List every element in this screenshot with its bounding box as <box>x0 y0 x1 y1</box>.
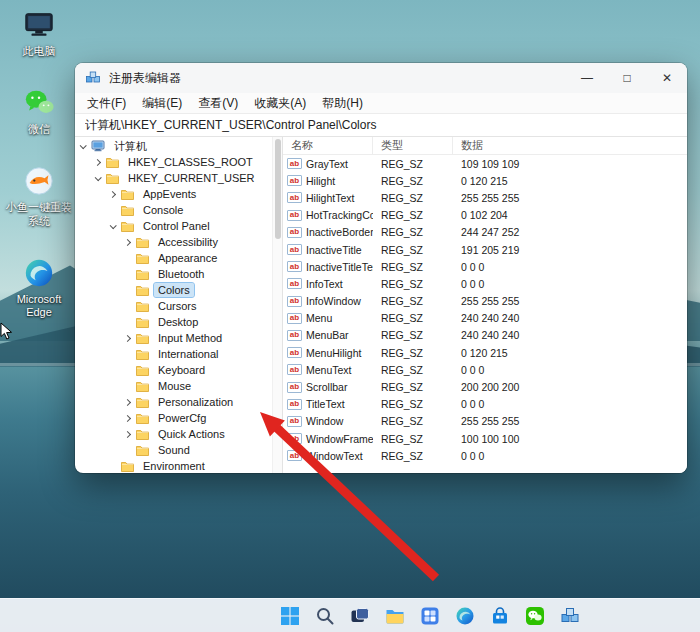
tree-item-input-method[interactable]: Input Method <box>75 330 272 346</box>
menu-file[interactable]: 文件(F) <box>79 95 134 112</box>
edge-button[interactable] <box>452 603 478 629</box>
value-row-hottrackingco-[interactable]: ab HotTrackingCo... REG_SZ 0 102 204 <box>283 207 687 224</box>
tree-item-label: HKEY_CLASSES_ROOT <box>124 155 257 169</box>
this-pc-icon <box>22 8 56 42</box>
tree-item-label: Mouse <box>154 379 195 393</box>
value-row-scrollbar[interactable]: ab Scrollbar REG_SZ 200 200 200 <box>283 378 687 395</box>
value-row-hilight[interactable]: ab Hilight REG_SZ 0 120 215 <box>283 172 687 189</box>
tree-item-control-panel[interactable]: Control Panel <box>75 218 272 234</box>
maximize-button[interactable]: □ <box>607 63 647 93</box>
folder-icon <box>136 429 149 440</box>
value-type: REG_SZ <box>373 175 453 187</box>
expander-icon[interactable] <box>80 142 87 149</box>
value-name: InactiveBorder <box>306 226 373 238</box>
value-name: Scrollbar <box>306 381 347 393</box>
scrollbar-thumb[interactable] <box>275 139 281 239</box>
tree-item-powercfg[interactable]: PowerCfg <box>75 410 272 426</box>
value-row-inactiveborder[interactable]: ab InactiveBorder REG_SZ 244 247 252 <box>283 224 687 241</box>
tree-item-mouse[interactable]: Mouse <box>75 378 272 394</box>
reg-sz-icon: ab <box>287 416 302 427</box>
value-data: 244 247 252 <box>453 226 687 238</box>
tree-item-accessibility[interactable]: Accessibility <box>75 234 272 250</box>
expander-icon[interactable] <box>94 158 101 165</box>
value-row-window[interactable]: ab Window REG_SZ 255 255 255 <box>283 413 687 430</box>
tree-item-hkey_current_user[interactable]: HKEY_CURRENT_USER <box>75 170 272 186</box>
menu-help[interactable]: 帮助(H) <box>314 95 371 112</box>
wechat-button[interactable] <box>522 603 548 629</box>
desktop-icon-edge[interactable]: Microsoft Edge <box>6 256 72 319</box>
list-header: 名称 类型 数据 <box>283 137 687 155</box>
tree-item-cursors[interactable]: Cursors <box>75 298 272 314</box>
desktop-icon-xiaoyu[interactable]: 小鱼一键重装系统 <box>6 164 72 227</box>
value-name: HilightText <box>306 192 354 204</box>
widgets-button[interactable] <box>417 603 443 629</box>
value-row-inactivetitle[interactable]: ab InactiveTitle REG_SZ 191 205 219 <box>283 241 687 258</box>
desktop-icon-wechat[interactable]: 微信 <box>6 86 72 136</box>
expander-icon[interactable] <box>124 238 131 245</box>
value-name: MenuText <box>306 364 352 376</box>
value-row-hilighttext[interactable]: ab HilightText REG_SZ 255 255 255 <box>283 189 687 206</box>
task-view-button[interactable] <box>347 603 373 629</box>
tree-item-colors[interactable]: Colors <box>75 282 272 298</box>
tree-item-quick-actions[interactable]: Quick Actions <box>75 426 272 442</box>
expander-icon[interactable] <box>109 190 116 197</box>
tree-item--[interactable]: 计算机 <box>75 138 272 154</box>
tree-item-desktop[interactable]: Desktop <box>75 314 272 330</box>
menu-edit[interactable]: 编辑(E) <box>134 95 190 112</box>
search-button[interactable] <box>312 603 338 629</box>
value-row-infotext[interactable]: ab InfoText REG_SZ 0 0 0 <box>283 275 687 292</box>
value-row-menutext[interactable]: ab MenuText REG_SZ 0 0 0 <box>283 361 687 378</box>
value-name: Hilight <box>306 175 335 187</box>
computer-icon <box>91 140 105 152</box>
wechat-icon <box>525 606 545 626</box>
tree-item-personalization[interactable]: Personalization <box>75 394 272 410</box>
value-row-menu[interactable]: ab Menu REG_SZ 240 240 240 <box>283 310 687 327</box>
column-header-name[interactable]: 名称 <box>283 137 373 154</box>
expander-icon[interactable] <box>110 222 117 229</box>
expander-icon[interactable] <box>124 334 131 341</box>
expander-icon[interactable] <box>124 398 131 405</box>
tree-item-international[interactable]: International <box>75 346 272 362</box>
value-data: 0 102 204 <box>453 209 687 221</box>
tree-item-bluetooth[interactable]: Bluetooth <box>75 266 272 282</box>
value-data: 240 240 240 <box>453 329 687 341</box>
tree-item-console[interactable]: Console <box>75 202 272 218</box>
title-bar[interactable]: 注册表编辑器 — □ ✕ <box>75 63 687 93</box>
value-row-titletext[interactable]: ab TitleText REG_SZ 0 0 0 <box>283 396 687 413</box>
tree-item-appevents[interactable]: AppEvents <box>75 186 272 202</box>
desktop-icon-this-pc[interactable]: 此电脑 <box>6 8 72 58</box>
value-row-infowindow[interactable]: ab InfoWindow REG_SZ 255 255 255 <box>283 293 687 310</box>
value-row-menuhilight[interactable]: ab MenuHilight REG_SZ 0 120 215 <box>283 344 687 361</box>
value-row-inactivetitletext[interactable]: ab InactiveTitleText REG_SZ 0 0 0 <box>283 258 687 275</box>
expander-icon[interactable] <box>124 430 131 437</box>
expander-icon[interactable] <box>124 414 131 421</box>
wechat-icon <box>22 86 56 120</box>
reg-sz-icon: ab <box>287 261 302 272</box>
folder-icon <box>136 349 149 360</box>
tree-item-appearance[interactable]: Appearance <box>75 250 272 266</box>
tree-item-hkey_classes_root[interactable]: HKEY_CLASSES_ROOT <box>75 154 272 170</box>
value-data: 109 109 109 <box>453 158 687 170</box>
value-row-graytext[interactable]: ab GrayText REG_SZ 109 109 109 <box>283 155 687 172</box>
expander-icon[interactable] <box>95 174 102 181</box>
value-data: 0 120 215 <box>453 347 687 359</box>
close-button[interactable]: ✕ <box>647 63 687 93</box>
value-row-menubar[interactable]: ab MenuBar REG_SZ 240 240 240 <box>283 327 687 344</box>
address-bar[interactable] <box>75 114 687 136</box>
store-button[interactable] <box>487 603 513 629</box>
minimize-button[interactable]: — <box>567 63 607 93</box>
tree-scrollbar[interactable] <box>272 137 282 473</box>
file-explorer-button[interactable] <box>382 603 408 629</box>
tree-item-sound[interactable]: Sound <box>75 442 272 458</box>
menu-view[interactable]: 查看(V) <box>190 95 246 112</box>
tree-item-label: AppEvents <box>139 187 200 201</box>
value-row-windowframe[interactable]: ab WindowFrame REG_SZ 100 100 100 <box>283 430 687 447</box>
column-header-data[interactable]: 数据 <box>453 137 687 154</box>
column-header-type[interactable]: 类型 <box>373 137 453 154</box>
value-row-windowtext[interactable]: ab WindowText REG_SZ 0 0 0 <box>283 447 687 464</box>
menu-favorites[interactable]: 收藏夹(A) <box>246 95 314 112</box>
tree-item-environment[interactable]: Environment <box>75 458 272 473</box>
tree-item-keyboard[interactable]: Keyboard <box>75 362 272 378</box>
start-button[interactable] <box>277 603 303 629</box>
regedit-button[interactable] <box>557 603 583 629</box>
